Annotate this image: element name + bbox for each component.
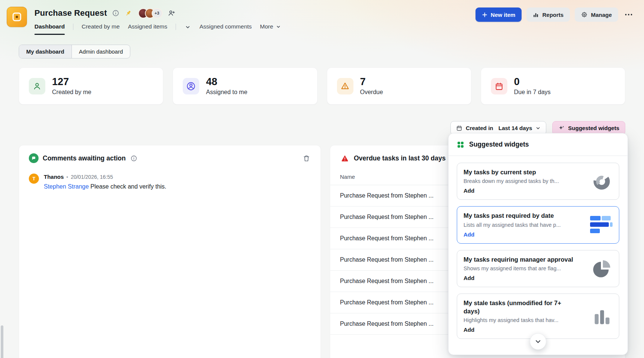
tab-bar: Dashboard Created by me Assigned items A…: [34, 23, 476, 35]
widget-description: Highlights my assigned tasks that hav...: [464, 317, 586, 323]
user-icon: [29, 78, 45, 94]
popover-header: Suggested widgets: [449, 133, 628, 156]
bar-chart-icon: [533, 12, 539, 18]
separator: •: [66, 174, 68, 180]
comments-awaiting-action-panel: Comments awaiting action T Thanos • 20/0…: [19, 145, 321, 358]
add-member-icon[interactable]: [167, 9, 176, 18]
add-widget-button[interactable]: Add: [464, 327, 474, 333]
widget-description: Shows my assigned items that are flag...: [464, 265, 586, 271]
add-widget-button[interactable]: Add: [464, 187, 474, 194]
tab-assigned-comments[interactable]: Assigned comments: [200, 23, 252, 35]
dashboard-switch-row: My dashboard Admin dashboard: [19, 45, 644, 58]
widget-title: My tasks by current step: [464, 168, 574, 176]
calendar-icon: [491, 78, 507, 94]
scrollbar-thumb[interactable]: [1, 325, 3, 358]
comment-item[interactable]: T Thanos • 20/01/2026, 16:55 Stephen Str…: [19, 169, 321, 195]
trash-icon[interactable]: [302, 154, 311, 163]
avatar: T: [29, 174, 39, 184]
alert-triangle-icon: [337, 78, 353, 94]
widget-card-tasks-requiring-manager-approval[interactable]: My tasks requiring manager approval Show…: [457, 250, 619, 287]
widget-title: My stale tasks (unmodified for 7+ days): [464, 299, 574, 315]
panel-title: Overdue tasks in last 30 days: [354, 154, 446, 162]
widget-card-tasks-past-required-date[interactable]: My tasks past required by date Lists all…: [457, 206, 619, 243]
gear-icon: [581, 12, 587, 18]
stat-value: 7: [360, 76, 383, 88]
header-main: Purchase Request +3 Dashboard: [34, 7, 476, 35]
column-chart-icon: [591, 306, 613, 327]
chevron-down-icon: [535, 338, 541, 345]
radial-chart-icon: [591, 171, 613, 192]
panel-title: Comments awaiting action: [43, 154, 126, 162]
stat-label: Assigned to me: [206, 89, 247, 96]
title-row: Purchase Request +3: [34, 7, 476, 19]
chevron-down-icon: [535, 126, 541, 131]
stat-label: Created by me: [52, 89, 91, 96]
warning-icon: [340, 153, 350, 163]
widget-list: My tasks by current step Breaks down my …: [449, 156, 628, 346]
widget-title: My tasks requiring manager approval: [464, 256, 574, 264]
widget-title: My tasks past required by date: [464, 212, 574, 220]
stat-card-overdue[interactable]: 7 Overdue: [327, 67, 471, 105]
created-in-label: Created in: [466, 125, 493, 131]
calendar-icon: [456, 125, 462, 131]
pie-chart-icon: [591, 258, 613, 280]
plus-icon: [482, 12, 487, 18]
pin-icon[interactable]: [124, 9, 132, 17]
comment-timestamp: 20/01/2026, 16:55: [71, 174, 113, 180]
widgets-grid-icon: [457, 141, 464, 148]
top-bar: Purchase Request +3 Dashboard: [0, 0, 644, 35]
more-options-icon[interactable]: [623, 11, 634, 18]
stat-label: Overdue: [360, 89, 383, 96]
popover-title: Suggested widgets: [469, 141, 529, 148]
widget-card-tasks-by-current-step[interactable]: My tasks by current step Breaks down my …: [457, 163, 619, 200]
stat-card-due-in-7-days[interactable]: 0 Due in 7 days: [481, 67, 625, 105]
header-actions: New item Reports Manage: [476, 7, 634, 22]
tab-assigned-items[interactable]: Assigned items: [128, 23, 167, 35]
member-avatars[interactable]: +3: [138, 8, 162, 18]
reports-button[interactable]: Reports: [526, 7, 570, 22]
my-dashboard-segment[interactable]: My dashboard: [19, 45, 72, 58]
date-range-dropdown[interactable]: Last 14 days: [498, 125, 541, 131]
add-widget-button[interactable]: Add: [464, 231, 474, 238]
new-item-button[interactable]: New item: [476, 7, 522, 22]
app-logo-glyph: [11, 11, 22, 22]
stat-card-created-by-me[interactable]: 127 Created by me: [19, 67, 163, 105]
mention-link[interactable]: Stephen Strange: [44, 183, 89, 190]
tab-dashboard[interactable]: Dashboard: [34, 23, 65, 35]
stat-card-assigned-to-me[interactable]: 48 Assigned to me: [173, 67, 317, 105]
widget-card-stale-tasks[interactable]: My stale tasks (unmodified for 7+ days) …: [457, 294, 619, 339]
app-logo: [7, 7, 27, 27]
stat-value: 127: [52, 76, 91, 88]
user-circle-icon: [183, 78, 199, 94]
suggested-widgets-popover: Suggested widgets My tasks by current st…: [448, 133, 628, 355]
stat-value: 0: [514, 76, 551, 88]
tab-divider: [176, 24, 176, 30]
tab-more[interactable]: More: [260, 23, 280, 35]
tab-divider: [73, 24, 73, 30]
stat-value: 48: [206, 76, 247, 88]
avatar-overflow-badge[interactable]: +3: [152, 8, 162, 18]
comment-text: Please check and verify this.: [91, 183, 167, 190]
widget-description: Breaks down my assigned tasks by th...: [464, 178, 586, 184]
info-icon[interactable]: [112, 9, 120, 17]
admin-dashboard-segment[interactable]: Admin dashboard: [72, 45, 130, 58]
info-icon[interactable]: [130, 154, 138, 162]
page-title: Purchase Request: [34, 8, 107, 18]
widget-description: Lists all my assigned tasks that have p.…: [464, 222, 584, 228]
chevron-down-icon: [276, 24, 281, 29]
panel-header: Comments awaiting action: [19, 145, 321, 169]
comment-author: Thanos: [44, 174, 64, 180]
tab-created-by-me[interactable]: Created by me: [82, 23, 120, 35]
stat-label: Due in 7 days: [514, 89, 551, 96]
manage-button[interactable]: Manage: [575, 7, 618, 22]
sparkle-icon: [558, 125, 565, 131]
stat-cards-row: 127 Created by me 48 Assigned to me 7 Ov…: [0, 67, 644, 105]
horizontal-bars-icon: [589, 215, 613, 235]
add-widget-button[interactable]: Add: [464, 275, 474, 281]
assigned-items-chevron-down-icon[interactable]: [184, 24, 191, 35]
comment-icon: [29, 153, 39, 163]
dashboard-switch: My dashboard Admin dashboard: [19, 45, 130, 58]
scroll-down-chevron-button[interactable]: [530, 333, 546, 350]
